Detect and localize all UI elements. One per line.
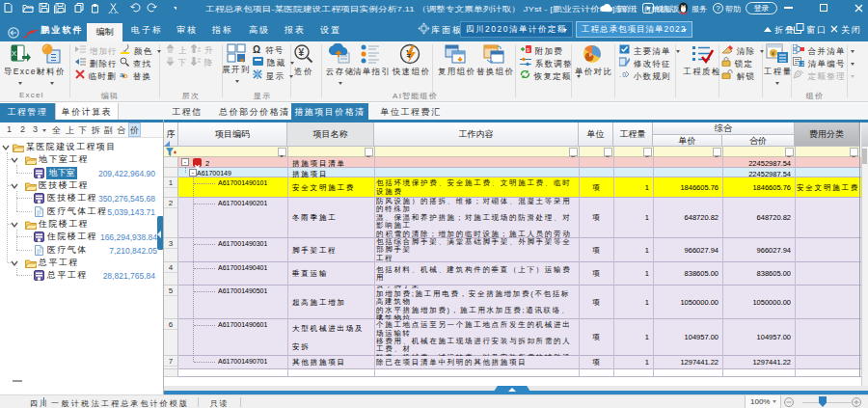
svg-text:12: 12 [798, 61, 804, 67]
svg-text:b: b [123, 71, 129, 79]
svg-text:X: X [11, 49, 17, 58]
svg-text:¥: ¥ [771, 50, 775, 57]
svg-text:?: ? [716, 4, 720, 13]
svg-text:9: 9 [527, 47, 531, 53]
svg-text:¥: ¥ [299, 47, 306, 58]
